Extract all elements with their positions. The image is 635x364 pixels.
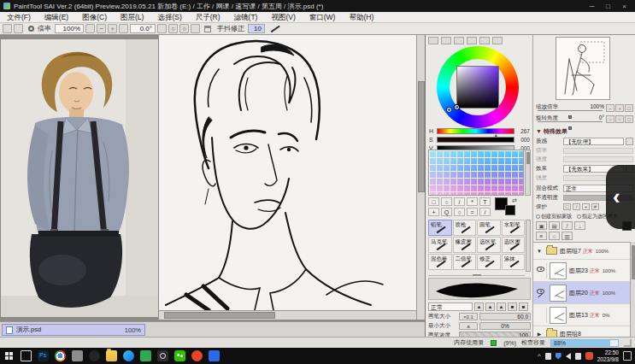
brush-item[interactable]: 铅笔 — [428, 220, 452, 236]
canvas-vertical-scrollbar[interactable] — [416, 35, 425, 320]
taskbar-clock[interactable]: 22:50 2023/9/8 — [597, 349, 619, 362]
collapse-expand-icon[interactable]: ▼ — [535, 249, 544, 254]
swap-colors-icon[interactable]: ⇄ — [512, 197, 517, 204]
min-size-slider[interactable]: 0% — [479, 322, 531, 330]
menu-item[interactable]: 编辑(E) — [38, 12, 75, 23]
search-dark-icon[interactable] — [157, 350, 168, 361]
navigator-zoom-slider[interactable] — [538, 110, 603, 111]
chrome-icon[interactable] — [55, 350, 66, 361]
transfer-layer-button[interactable]: ↓ — [574, 221, 585, 230]
photoshop-icon[interactable] — [38, 350, 49, 361]
app-dark-icon[interactable] — [89, 350, 100, 361]
lasso-icon[interactable]: ○ — [441, 197, 452, 206]
brush-item[interactable]: 涂抹 — [502, 254, 526, 270]
brush-item[interactable]: 喷枪 — [453, 220, 477, 236]
vertical-scroll-thumb[interactable] — [418, 81, 425, 192]
shield-icon[interactable] — [556, 353, 562, 360]
wechat-icon[interactable] — [174, 350, 185, 361]
menu-item[interactable]: 尺子(R) — [189, 12, 227, 23]
rotate-ccw-button[interactable]: ○ — [168, 24, 178, 33]
brush-item[interactable]: 选区擦 — [502, 237, 526, 253]
brush-shape-medium-icon[interactable]: ▲ — [485, 302, 495, 311]
new-folder-button[interactable]: ▤ — [549, 221, 560, 230]
microphone-icon[interactable] — [545, 353, 551, 360]
stabilizer-value[interactable]: 10 — [248, 24, 265, 33]
selection-pen-icon[interactable]: / — [454, 197, 465, 206]
hand-tool-icon[interactable]: = — [467, 208, 478, 216]
collapse-expand-icon[interactable]: ▶ — [535, 331, 544, 337]
brush-item[interactable]: 橡皮擦 — [453, 237, 477, 253]
secondary-color-chip[interactable] — [505, 205, 515, 215]
clipping-mask-checkbox[interactable]: 创建剪贴蒙版 — [536, 213, 572, 220]
brush-shape-flat-icon[interactable]: ■ — [519, 302, 528, 311]
brush-grid-scrollbar[interactable] — [526, 220, 531, 272]
app-gray-icon[interactable] — [72, 350, 83, 361]
color-swatches-grid[interactable] — [428, 150, 524, 196]
texture-select[interactable]: 【无纹理】 — [563, 138, 624, 145]
minimize-button[interactable]: ─ — [585, 2, 599, 11]
eyedropper-icon[interactable]: / — [479, 208, 491, 216]
zoom-out-button[interactable]: − — [97, 24, 106, 33]
app-green-icon[interactable] — [140, 350, 151, 361]
texture-strength-slider[interactable] — [563, 156, 633, 162]
layer-list-scrollbar[interactable] — [630, 242, 635, 337]
angle-value[interactable]: 0.0° — [130, 24, 156, 33]
size-unit-select[interactable]: ×0.1 — [459, 313, 478, 320]
menu-item[interactable]: 选择(S) — [150, 12, 188, 23]
rotate-tool-icon[interactable]: ○ — [454, 208, 465, 216]
swatches-scrollbar[interactable] — [525, 150, 531, 196]
brush-size-slider[interactable]: 60.0 — [479, 313, 531, 320]
network-icon[interactable] — [575, 353, 581, 360]
zoom-value[interactable]: 100% — [55, 24, 84, 33]
navigator-thumbnail[interactable] — [556, 37, 610, 100]
move-tool-icon[interactable]: + — [428, 208, 439, 216]
texture-dropdown-icon[interactable] — [626, 138, 633, 145]
visibility-toggle[interactable] — [535, 285, 547, 301]
merge-layer-button[interactable]: ≡ — [536, 232, 547, 240]
rect-select-icon[interactable]: □ — [428, 197, 439, 206]
lock-opacity-icon[interactable]: □ — [563, 203, 571, 210]
visibility-toggle[interactable] — [535, 263, 547, 279]
nav-zoom-reset-button[interactable]: □ — [625, 104, 633, 112]
rotate-cw-button[interactable]: ○ — [179, 24, 189, 33]
rotate-reset-button[interactable] — [157, 24, 167, 33]
app-blue-icon[interactable] — [209, 350, 220, 361]
horizontal-scroll-thumb[interactable] — [164, 312, 275, 319]
delete-layer-button[interactable]: ▥ — [562, 232, 573, 240]
layer-row-23[interactable]: 图层23 正常100% — [533, 260, 630, 282]
zoom-in-button[interactable]: ＋ — [108, 24, 117, 33]
brush-shape-soft-icon[interactable]: ▲ — [474, 302, 484, 311]
task-view-icon[interactable] — [21, 350, 32, 361]
hsv-slider-tab-icon[interactable] — [454, 37, 464, 44]
layer-row-group8[interactable]: ▶ 图层组8 — [533, 326, 630, 337]
menu-item[interactable]: 图层(L) — [114, 12, 150, 23]
magic-wand-icon[interactable]: * — [467, 197, 478, 206]
brush-blend-mode-select[interactable]: 正常 — [428, 302, 473, 311]
scratchpad-tab-icon[interactable] — [492, 37, 503, 44]
min-size-mode-button[interactable]: a — [459, 322, 478, 330]
saturation-value-square[interactable] — [456, 66, 499, 109]
nav-zoom-out-button[interactable]: − — [606, 104, 614, 112]
app-red-icon[interactable] — [191, 350, 203, 361]
hue-slider[interactable]: ▲ — [437, 128, 514, 134]
brush-item[interactable]: 圆笔 — [477, 220, 501, 236]
maximize-button[interactable]: □ — [601, 2, 615, 11]
effects-section-header[interactable]: ▼ 特殊效果 — [536, 127, 633, 136]
menu-item[interactable]: 文件(F) — [0, 12, 38, 23]
saturation-slider[interactable] — [437, 137, 514, 143]
layer-row-13[interactable]: 图层13 正常0% — [533, 304, 630, 326]
brush-shape-hard-icon[interactable]: ▲ — [497, 302, 506, 311]
start-icon[interactable] — [3, 350, 15, 361]
brush-shape-square-icon[interactable]: ■ — [508, 302, 517, 311]
brush-item[interactable]: 水彩笔 — [502, 220, 526, 236]
canvas-horizontal-scrollbar[interactable] — [159, 310, 416, 320]
menu-item[interactable]: 帮助(H) — [342, 12, 380, 23]
brush-item[interactable]: 二值笔 — [453, 254, 477, 270]
color-mixer-tab-icon[interactable] — [467, 37, 477, 44]
nav-rotate-reset-button[interactable]: □ — [625, 115, 633, 123]
menu-item[interactable]: 视图(V) — [264, 12, 302, 23]
color-wheel-tab-icon[interactable] — [428, 37, 438, 44]
color-wheel[interactable] — [437, 46, 519, 128]
volume-icon[interactable] — [566, 353, 571, 360]
swatches-tab-icon[interactable] — [479, 37, 490, 44]
